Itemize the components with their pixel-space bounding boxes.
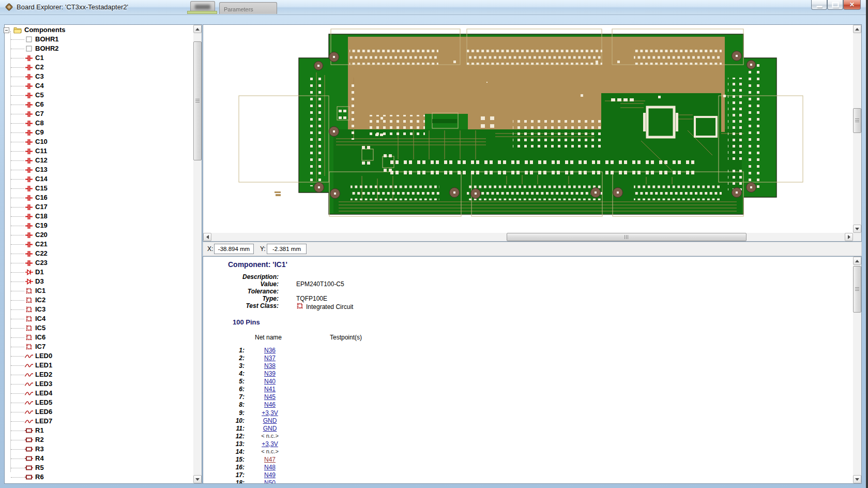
net-link-n39[interactable]: N39	[252, 370, 288, 377]
board-scroll-up-button[interactable]	[853, 25, 861, 33]
tree-scrollbar-thumb[interactable]	[193, 41, 202, 160]
tree-item-bohr1[interactable]: BOHR1	[5, 35, 191, 44]
board-scroll-left-button[interactable]	[203, 233, 211, 241]
tree-item-d3[interactable]: D3	[5, 277, 191, 286]
tree-item-label: LED7	[35, 417, 52, 426]
tree-item-ic4[interactable]: IC4	[5, 314, 191, 323]
tree-item-c17[interactable]: C17	[5, 202, 191, 212]
tree-item-c18[interactable]: C18	[5, 212, 191, 221]
ic-icon	[24, 323, 34, 333]
detail-scrollbar-thumb[interactable]	[853, 266, 861, 313]
tree-item-label: LED2	[35, 370, 52, 379]
detail-scrollbar[interactable]	[853, 257, 861, 483]
net-link-n48[interactable]: N48	[252, 464, 288, 471]
tree-item-ic7[interactable]: IC7	[5, 342, 191, 351]
net-link-n46[interactable]: N46	[252, 401, 288, 408]
tree-item-led1[interactable]: LED1	[5, 361, 191, 370]
net-link-n49[interactable]: N49	[252, 471, 288, 479]
tree-item-c8[interactable]: C8	[5, 119, 191, 128]
tree-item-c11[interactable]: C11	[5, 146, 191, 156]
led-icon	[24, 370, 34, 379]
minimize-button[interactable]	[811, 0, 827, 10]
tree-item-ic1[interactable]: IC1	[5, 286, 191, 295]
board-vscrollbar-thumb[interactable]	[853, 108, 861, 133]
collapse-expander-icon[interactable]	[4, 27, 9, 33]
net-link-n36[interactable]: N36	[252, 347, 288, 354]
net-link-gnd[interactable]: GND	[252, 417, 288, 424]
tree-item-c12[interactable]: C12	[5, 156, 191, 165]
board-hscrollbar[interactable]	[203, 233, 853, 241]
board-scroll-down-button[interactable]	[853, 225, 861, 233]
tree-item-c20[interactable]: C20	[5, 230, 191, 240]
tree-item-c22[interactable]: C22	[5, 249, 191, 258]
tree-item-c21[interactable]: C21	[5, 240, 191, 249]
tree-item-r4[interactable]: R4	[5, 454, 191, 463]
board-scroll-right-button[interactable]	[845, 233, 853, 241]
tree-item-c23[interactable]: C23	[5, 258, 191, 268]
board-vscrollbar[interactable]	[853, 25, 861, 233]
detail-scroll-down-button[interactable]	[853, 475, 861, 483]
close-button[interactable]: ✕	[843, 0, 861, 10]
net-link-n40[interactable]: N40	[252, 378, 288, 385]
tree-root-components[interactable]: Components	[5, 25, 191, 35]
tree-item-ic5[interactable]: IC5	[5, 323, 191, 333]
net-link-+33v[interactable]: +3,3V	[252, 440, 288, 448]
tree-item-ic2[interactable]: IC2	[5, 295, 191, 305]
tree-item-r6[interactable]: R6	[5, 472, 191, 482]
tree-item-c16[interactable]: C16	[5, 193, 191, 202]
tree-item-r3[interactable]: R3	[5, 445, 191, 454]
tree-item-led0[interactable]: LED0	[5, 351, 191, 361]
background-tab-parameters[interactable]: Parameters	[219, 2, 277, 14]
tree-item-led2[interactable]: LED2	[5, 370, 191, 379]
net-link-gnd[interactable]: GND	[252, 425, 288, 432]
tree-item-c10[interactable]: C10	[5, 137, 191, 146]
net-link-n50[interactable]: N50	[252, 479, 288, 484]
background-tab-1[interactable]	[190, 1, 215, 12]
tree-branch-line	[11, 421, 24, 422]
tree-item-bohr2[interactable]: BOHR2	[5, 44, 191, 53]
tree-branch-line	[11, 291, 24, 292]
tree-item-d1[interactable]: D1	[5, 268, 191, 277]
minimize-icon	[816, 6, 822, 8]
tree-item-c4[interactable]: C4	[5, 81, 191, 91]
tree-item-led4[interactable]: LED4	[5, 389, 191, 398]
led-icon	[24, 379, 34, 389]
tree-item-c15[interactable]: C15	[5, 184, 191, 193]
net-link-n38[interactable]: N38	[252, 362, 288, 369]
net-link-n45[interactable]: N45	[252, 393, 288, 401]
tree-scrollbar[interactable]	[193, 25, 202, 483]
tree-item-c7[interactable]: C7	[5, 109, 191, 119]
tree-item-c14[interactable]: C14	[5, 174, 191, 184]
board-hscrollbar-thumb[interactable]	[507, 233, 747, 241]
tree-item-c1[interactable]: C1	[5, 53, 191, 63]
net-link-n37[interactable]: N37	[252, 354, 288, 362]
tree-item-c6[interactable]: C6	[5, 100, 191, 109]
net-link-n41[interactable]: N41	[252, 386, 288, 393]
tree-item-r1[interactable]: R1	[5, 426, 191, 435]
maximize-button[interactable]	[827, 0, 843, 10]
tree-item-label: C8	[35, 119, 44, 128]
tree-item-ic3[interactable]: IC3	[5, 305, 191, 314]
tree-item-r2[interactable]: R2	[5, 435, 191, 445]
tree-item-led6[interactable]: LED6	[5, 407, 191, 417]
pcb-board-view[interactable]	[203, 25, 853, 233]
tree-item-c5[interactable]: C5	[5, 91, 191, 100]
tree-item-c9[interactable]: C9	[5, 128, 191, 137]
tree-item-led5[interactable]: LED5	[5, 398, 191, 407]
tree-item-led3[interactable]: LED3	[5, 379, 191, 389]
tree-item-led7[interactable]: LED7	[5, 417, 191, 426]
tree-scroll-down-button[interactable]	[193, 475, 202, 483]
tree-branch-line	[11, 254, 24, 255]
tree-item-r5[interactable]: R5	[5, 463, 191, 472]
net-link-n47[interactable]: N47	[252, 456, 288, 463]
tree-item-c13[interactable]: C13	[5, 165, 191, 174]
tree-scroll-up-button[interactable]	[193, 25, 202, 33]
tree-item-c2[interactable]: C2	[5, 63, 191, 72]
tree-branch-line	[11, 123, 24, 124]
detail-scroll-up-button[interactable]	[853, 257, 861, 265]
tree-branch-line	[11, 412, 24, 413]
tree-item-c3[interactable]: C3	[5, 72, 191, 81]
net-link-+33v[interactable]: +3,3V	[252, 409, 288, 417]
tree-item-c19[interactable]: C19	[5, 221, 191, 230]
tree-item-ic6[interactable]: IC6	[5, 333, 191, 342]
